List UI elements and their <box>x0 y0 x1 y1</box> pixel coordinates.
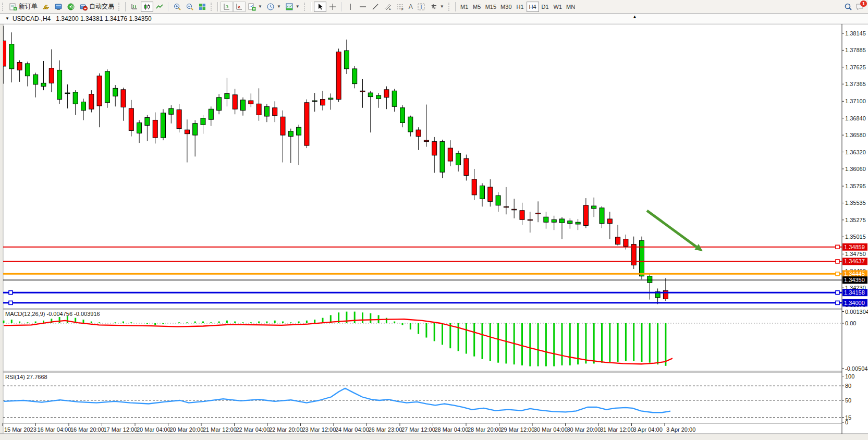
svg-text:80: 80 <box>845 383 851 389</box>
indicator-window-prev-button[interactable] <box>221 2 233 12</box>
timeframe-h1-button[interactable]: H1 <box>514 2 527 12</box>
toolbar-grip[interactable] <box>118 3 121 11</box>
toolbar-grip[interactable] <box>2 3 5 11</box>
vline-tool-button[interactable] <box>344 2 357 12</box>
timeframe-m1-button[interactable]: M1 <box>458 2 471 12</box>
svg-text:24 Mar 04:00: 24 Mar 04:00 <box>335 426 369 433</box>
svg-text:50: 50 <box>845 397 851 404</box>
svg-text:20 Mar 20:00: 20 Mar 20:00 <box>170 426 204 433</box>
macd-indicator-label: MACD(12,26,9) -0.004756 -0.003916 <box>5 311 100 317</box>
clock-icon <box>266 3 275 11</box>
svg-text:27 Mar 12:00: 27 Mar 12:00 <box>401 426 435 433</box>
toolbar-separator <box>168 2 169 11</box>
svg-text:1.34445: 1.34445 <box>844 271 865 277</box>
fibonacci-tool-button[interactable]: F <box>394 2 407 12</box>
svg-text:1.36840: 1.36840 <box>845 115 866 121</box>
svg-text:1.35015: 1.35015 <box>845 234 866 240</box>
svg-text:1.35795: 1.35795 <box>845 183 866 189</box>
notifications-button[interactable]: 1 <box>855 3 864 11</box>
mt4-terminal: { "toolbar": { "new_order_label": "新订单",… <box>0 0 868 440</box>
svg-text:F: F <box>401 8 404 11</box>
timeframe-m30-button[interactable]: M30 <box>498 2 514 12</box>
svg-text:20 Mar 04:00: 20 Mar 04:00 <box>137 426 170 433</box>
chart-title-symbol: USDCAD-,H4 <box>13 15 51 22</box>
timeframe-mn-button[interactable]: MN <box>564 2 577 12</box>
vline-icon <box>346 3 354 11</box>
timeframe-w1-button[interactable]: W1 <box>552 2 565 12</box>
template-button[interactable]: ▼ <box>283 2 302 12</box>
svg-text:15 Mar 2023: 15 Mar 2023 <box>4 426 36 433</box>
rsi-indicator-label: RSI(14) 27.7668 <box>5 374 47 380</box>
arrows-tool-button[interactable]: ▼ <box>427 2 446 12</box>
timeframe-h4-button[interactable]: H4 <box>527 2 539 12</box>
svg-text:22 Mar 04:00: 22 Mar 04:00 <box>236 426 270 433</box>
svg-text:1.37885: 1.37885 <box>845 47 866 53</box>
chart-shift-marker[interactable]: ▲ <box>632 14 637 19</box>
cursor-icon <box>316 3 324 11</box>
line-chart-button[interactable] <box>153 2 166 12</box>
main-toolbar: 新订单 自动交易 ▼ ▼ <box>0 0 868 14</box>
dropdown-caret: ▼ <box>296 4 300 9</box>
zoom-in-button[interactable] <box>171 2 184 12</box>
svg-text:0.001304: 0.001304 <box>845 309 868 315</box>
terminal-icon <box>54 3 63 11</box>
text-tool-button[interactable]: A <box>407 2 415 12</box>
svg-text:16 Mar 04:00: 16 Mar 04:00 <box>38 426 71 433</box>
toolbar-separator <box>455 2 456 11</box>
svg-text:1.35535: 1.35535 <box>845 200 866 206</box>
new-order-icon <box>9 3 17 11</box>
line-chart-icon <box>155 3 164 11</box>
terminal-button[interactable] <box>52 2 65 12</box>
toolbar-grip[interactable] <box>211 3 213 11</box>
notification-badge: 1 <box>860 1 867 7</box>
window-menu-icon[interactable]: ▼ <box>5 16 9 21</box>
indicator-window-next-button[interactable] <box>233 2 246 12</box>
zoom-in-icon <box>173 3 181 11</box>
toolbar-separator <box>311 2 312 11</box>
svg-text:1.37100: 1.37100 <box>845 98 866 104</box>
toolbar-separator <box>341 2 342 11</box>
bar-chart-icon <box>130 3 139 11</box>
arrows-icon <box>430 3 438 11</box>
timeframe-m5-button[interactable]: M5 <box>471 2 483 12</box>
timeframe-m15-button[interactable]: M15 <box>483 2 498 12</box>
search-icon[interactable] <box>844 3 852 11</box>
zoom-out-button[interactable] <box>184 2 196 12</box>
toolbar-separator <box>125 2 126 11</box>
svg-text:23 Mar 12:00: 23 Mar 12:00 <box>302 426 336 433</box>
toolbar-grip[interactable] <box>448 3 451 11</box>
autotrade-label: 自动交易 <box>89 2 114 11</box>
crosshair-button[interactable] <box>326 2 339 12</box>
channel-tool-button[interactable]: E <box>382 2 394 12</box>
candle-chart-button[interactable] <box>141 2 153 12</box>
indicator-window-next-icon <box>235 3 243 11</box>
period-button[interactable]: ▼ <box>264 2 283 12</box>
svg-text:1.34000: 1.34000 <box>844 300 865 306</box>
svg-text:3 Apr 20:00: 3 Apr 20:00 <box>666 426 695 433</box>
new-order-button[interactable]: 新订单 <box>7 2 40 12</box>
chart-titlebar: ▼ USDCAD-,H4 1.34200 1.34381 1.34176 1.3… <box>0 14 868 24</box>
toolbar-grip[interactable] <box>304 3 307 11</box>
cursor-button[interactable] <box>314 2 326 12</box>
timeframe-d1-button[interactable]: D1 <box>539 2 552 12</box>
svg-text:1.34350: 1.34350 <box>844 277 865 283</box>
chart-canvas[interactable]: 1.381451.378851.376251.373651.371001.368… <box>0 0 868 440</box>
svg-text:22 Mar 20:00: 22 Mar 20:00 <box>269 426 303 433</box>
trendline-tool-button[interactable] <box>369 2 382 12</box>
svg-text:T: T <box>420 4 423 10</box>
add-indicator-button[interactable]: ▼ <box>246 2 264 12</box>
signals-button[interactable] <box>65 2 77 12</box>
svg-text:30 Mar 20:00: 30 Mar 20:00 <box>567 426 601 433</box>
svg-text:31 Mar 12:00: 31 Mar 12:00 <box>600 426 634 433</box>
bar-chart-button[interactable] <box>128 2 141 12</box>
dropdown-caret: ▼ <box>258 4 262 9</box>
autotrade-icon <box>79 3 88 11</box>
tile-windows-button[interactable] <box>196 2 209 12</box>
autotrade-button[interactable]: 自动交易 <box>77 2 116 12</box>
hline-tool-button[interactable] <box>357 2 369 12</box>
dropdown-caret: ▼ <box>440 4 444 9</box>
hline-icon <box>359 3 367 11</box>
svg-text:30 Mar 04:00: 30 Mar 04:00 <box>534 426 568 433</box>
market-watch-button[interactable] <box>40 2 52 12</box>
text-label-tool-button[interactable]: T <box>415 2 427 12</box>
